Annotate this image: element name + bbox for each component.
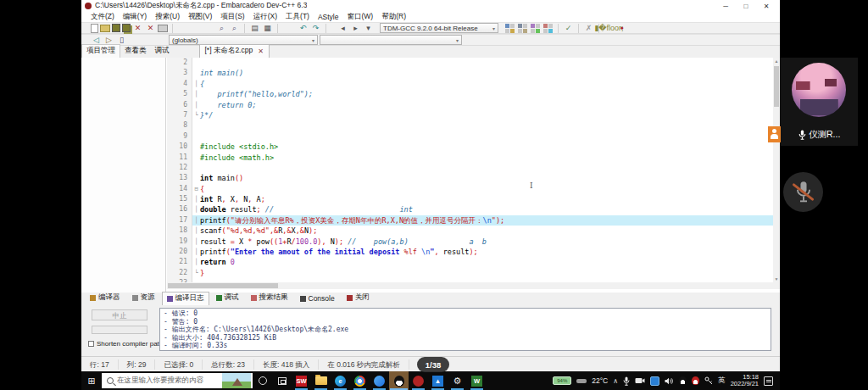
menu-item[interactable]: 搜索(U) [151, 12, 184, 22]
compile-button[interactable] [505, 24, 515, 33]
print-button[interactable] [158, 25, 168, 32]
code-line[interactable]: 6│ return 0; [167, 100, 773, 110]
scrollbar-thumb[interactable] [168, 283, 278, 288]
menu-item[interactable]: 视图(V) [184, 12, 216, 22]
code-editor[interactable]: 23int main()4│{5│ printf("hello,world");… [167, 58, 780, 282]
code-line[interactable]: 13int main() [167, 173, 773, 183]
bottom-tab-关闭[interactable]: 关闭 [342, 291, 375, 305]
new-file-button[interactable] [91, 24, 98, 33]
syntax-check-button[interactable]: ✓ [563, 23, 574, 33]
abort-button[interactable]: ✗ [583, 23, 594, 33]
key-icon[interactable] [704, 376, 713, 385]
code-line[interactable]: 7└}*/ [167, 110, 773, 120]
rebuild-button[interactable] [543, 24, 553, 33]
menu-item[interactable]: 窗口(W) [342, 12, 377, 22]
tab-class-view[interactable]: 查看类 [120, 45, 151, 58]
menu-item[interactable]: 文件(Z) [86, 12, 119, 22]
replace-button[interactable]: ⌕ [229, 23, 240, 33]
participant-video-tile[interactable]: 仪测R... [780, 58, 858, 146]
taskbar-app-dev-cpp[interactable] [409, 371, 428, 390]
taskbar-clock[interactable]: 15:18 2022/9/21 [731, 374, 759, 388]
code-line[interactable]: 19│result = X * pow((1+R/100.0), N); // … [167, 237, 773, 247]
save-all-button[interactable] [122, 24, 131, 32]
code-line[interactable]: 9 [167, 131, 773, 142]
scroll-up-icon[interactable]: ▲ [773, 58, 780, 64]
code-line[interactable]: 8 [167, 120, 773, 131]
code-line[interactable]: 22└} [167, 268, 773, 278]
chevron-up-icon[interactable]: ∧ [613, 377, 618, 385]
taskbar-app-photos[interactable]: ▲ [428, 371, 448, 390]
bookmark-button[interactable]: ▦ [262, 23, 273, 33]
bottom-tab-资源[interactable]: 资源 [127, 291, 160, 305]
title-bar[interactable]: C:\Users\14426\Desktop\未命名2.cpp - Embarc… [81, 0, 780, 12]
code-line[interactable]: 11#include <math.h> [167, 153, 773, 163]
taskbar-app-solidworks[interactable]: SW [292, 371, 311, 390]
bottom-tab-Console[interactable]: Console [295, 292, 340, 305]
close-file-button[interactable]: ✕ [132, 23, 143, 33]
checkbox[interactable] [88, 341, 94, 347]
bottom-tab-编译日志[interactable]: 编译日志 [162, 292, 209, 305]
scroll-down-icon[interactable]: ▼ [773, 276, 780, 282]
code-line[interactable]: 4│{ [167, 79, 773, 89]
code-line[interactable]: 18│scanf("%d,%d,%d",&R,&X,&N); [167, 226, 773, 236]
maximize-button[interactable]: □ [736, 3, 756, 10]
save-button[interactable] [112, 24, 120, 32]
back-button[interactable]: ◂ [337, 23, 348, 33]
code-line[interactable]: 16│double result; // int [167, 204, 773, 214]
bottom-tab-调试[interactable]: 调试 [211, 291, 244, 305]
camera-icon[interactable] [635, 377, 645, 384]
bottom-tab-编译器[interactable]: 编译器 [85, 291, 125, 305]
qq-tray-icon-2[interactable] [692, 376, 699, 385]
task-view-button[interactable] [272, 371, 292, 390]
forward-button[interactable]: ▸ [350, 23, 361, 33]
open-file-button[interactable] [100, 25, 110, 32]
speaker-icon[interactable] [665, 377, 674, 385]
code-line[interactable]: 3int main() [167, 68, 773, 78]
taskbar-app-file-explorer[interactable] [311, 371, 331, 390]
taskbar-app-qq[interactable] [389, 371, 409, 390]
tray-collapsed-icon[interactable] [576, 379, 587, 383]
code-line[interactable]: 12 [167, 163, 773, 173]
profile-button[interactable]: ▮�floor; [604, 23, 615, 33]
taskbar-app-wegame[interactable]: W [467, 371, 487, 390]
minimize-button[interactable]: ─ [715, 3, 736, 10]
editor-tab[interactable]: [*] 未命名2.cpp ✕ [199, 44, 270, 58]
goto-line-button[interactable]: ▤ [249, 23, 260, 33]
undo-button[interactable]: ↶ [298, 23, 309, 33]
refresh-button[interactable]: ▾ [363, 23, 374, 33]
menu-item[interactable]: 编辑(Y) [119, 12, 151, 22]
compiler-profile-select[interactable]: TDM-GCC 9.2.0 64-bit Release ▾ [380, 23, 498, 33]
redo-button[interactable]: ↷ [310, 23, 321, 33]
code-line[interactable]: 10#include <stdio.h> [167, 142, 773, 152]
abort-compile-button[interactable]: 中止 [92, 309, 147, 320]
tab-project-manager[interactable]: 项目管理 [81, 44, 120, 58]
code-line[interactable]: 15│int R, X, N, A; [167, 194, 773, 204]
code-line[interactable]: 5│ printf("hello,world"); [167, 89, 773, 99]
weather-temperature[interactable]: 22°C [592, 376, 608, 385]
screenshot-icon[interactable] [650, 376, 659, 386]
tab-debug-panel[interactable]: 调试 [151, 45, 174, 58]
battery-icon[interactable]: 94% [553, 376, 571, 385]
scrollbar-thumb[interactable] [774, 66, 779, 107]
bottom-tab-搜索结果[interactable]: 搜索结果 [246, 291, 293, 305]
shorten-paths-option[interactable]: Shorten compiler pat [88, 340, 159, 348]
close-button[interactable]: ✕ [756, 3, 776, 10]
close-all-button[interactable]: ✕ [145, 23, 156, 33]
code-line[interactable]: 17│printf("请分别输入年息R%，投资X美金，存期N年中的R,X,N的值… [167, 215, 773, 226]
code-line[interactable]: 20│printf("Enter the amout of the initia… [167, 247, 773, 257]
mic-icon[interactable] [623, 376, 630, 386]
start-button[interactable]: ⊞ [81, 371, 102, 390]
code-line[interactable]: 21│return 0 [167, 257, 773, 267]
run-button[interactable] [518, 24, 527, 33]
code-line[interactable]: 2 [167, 58, 773, 68]
menu-item[interactable]: AStyle [314, 13, 343, 21]
menu-item[interactable]: 运行(X) [249, 12, 281, 22]
taskbar-app-settings[interactable]: ⚙ [448, 371, 467, 390]
find-button[interactable]: ⌕ [216, 23, 227, 33]
taskbar-app-qq-browser[interactable] [370, 371, 389, 390]
mute-microphone-button[interactable] [783, 172, 823, 212]
qq-tray-icon[interactable] [679, 376, 687, 385]
ime-indicator[interactable]: 英 [718, 376, 726, 386]
cortana-button[interactable] [253, 371, 272, 390]
compile-run-button[interactable] [531, 24, 540, 33]
